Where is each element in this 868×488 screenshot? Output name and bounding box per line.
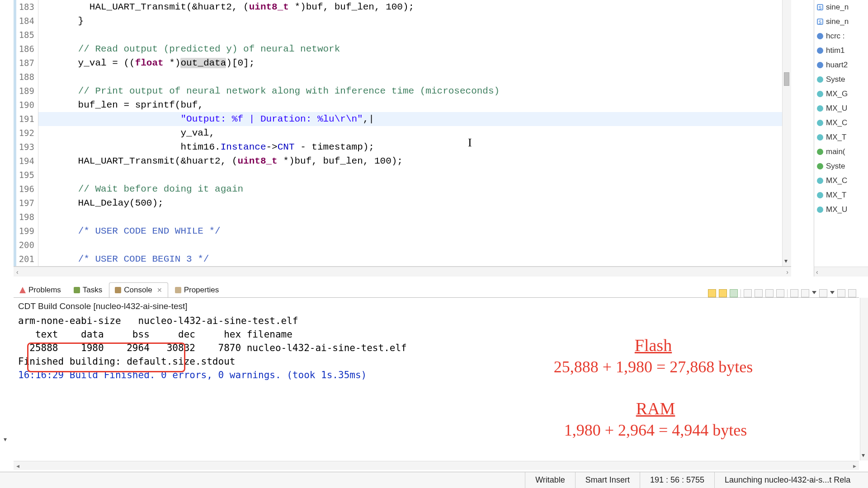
line-number: 189 — [14, 84, 34, 98]
code-line[interactable]: HAL_UART_Transmit(&huart2, (uint8_t *)bu… — [38, 154, 782, 168]
scroll-down-icon[interactable]: ▾ — [784, 257, 788, 264]
code-line[interactable]: htim16.Instance->CNT - timestamp); — [38, 140, 782, 154]
console-view[interactable]: CDT Build Console [nucleo-l432-ai-sine-t… — [14, 298, 859, 469]
tab-console[interactable]: Console ✕ — [109, 282, 168, 297]
outline-item-label: htim1 — [826, 46, 845, 55]
outline-horizontal-scrollbar[interactable]: ‹ — [814, 267, 868, 277]
outline-panel[interactable]: Ssine_nSsine_nhcrc :htim1huart2SysteMX_G… — [814, 0, 868, 267]
line-number: 194 — [14, 154, 34, 168]
tab-label: Properties — [184, 286, 219, 295]
bottom-view-tabs: Problems Tasks Console ✕ Properties — [14, 282, 859, 298]
outline-item-icon: S — [817, 4, 823, 10]
console-title: CDT Build Console [nucleo-l432-ai-sine-t… — [14, 298, 859, 314]
code-editor[interactable]: 1831841851861871881891901911921931941951… — [14, 0, 791, 267]
console-horizontal-scrollbar[interactable]: ◂ ▸ — [14, 461, 859, 470]
line-number: 199 — [14, 224, 34, 238]
annotation-text: 1,980 + 2,964 = 4,944 bytes — [564, 421, 747, 439]
pin-console-button[interactable] — [730, 289, 738, 297]
scroll-down-icon[interactable]: ▾ — [862, 451, 865, 459]
outline-item[interactable]: main( — [814, 145, 868, 159]
outline-item[interactable]: Syste — [814, 72, 868, 87]
code-line[interactable] — [38, 28, 782, 42]
status-bar: Writable Smart Insert 191 : 56 : 5755 La… — [0, 472, 868, 488]
scroll-left-icon[interactable]: ‹ — [16, 268, 19, 276]
outline-item-icon — [817, 91, 823, 97]
scroll-right-icon[interactable]: ▸ — [853, 462, 856, 469]
code-line[interactable]: buf_len = sprintf(buf, — [38, 98, 782, 112]
code-line[interactable]: "Output: %f | Duration: %lu\r\n",| — [38, 112, 782, 126]
scroll-right-icon[interactable]: › — [786, 268, 788, 276]
line-number: 191 — [14, 112, 34, 126]
code-line[interactable] — [38, 168, 782, 182]
outline-item[interactable]: MX_C — [814, 116, 868, 130]
toolbar-button[interactable] — [765, 289, 774, 297]
code-line[interactable]: /* USER CODE END WHILE */ — [38, 224, 782, 238]
toolbar-button[interactable] — [744, 289, 752, 297]
code-line[interactable]: y_val = ((float *)out_data)[0]; — [38, 56, 782, 70]
scrollbar-thumb[interactable] — [784, 72, 789, 86]
line-number: 183 — [14, 0, 34, 14]
code-line[interactable]: // Read output (predicted y) of neural n… — [38, 42, 782, 56]
prev-error-button[interactable] — [719, 289, 727, 297]
code-line[interactable]: // Print output of neural network along … — [38, 84, 782, 98]
outline-item-icon — [817, 134, 823, 141]
open-console-button[interactable] — [819, 289, 827, 297]
tab-tasks[interactable]: Tasks — [68, 282, 108, 297]
outline-item-label: Syste — [826, 162, 845, 171]
outline-item[interactable]: huart2 — [814, 58, 868, 72]
code-line[interactable]: HAL_UART_Transmit(&huart2, (uint8_t *)bu… — [38, 0, 782, 14]
toolbar-button[interactable] — [776, 289, 784, 297]
editor-horizontal-scrollbar[interactable]: ‹ › — [14, 267, 791, 277]
outline-item-icon: S — [817, 19, 823, 25]
line-number: 190 — [14, 98, 34, 112]
code-line[interactable] — [38, 70, 782, 84]
outline-item[interactable]: MX_C — [814, 174, 868, 188]
line-number: 184 — [14, 14, 34, 28]
outline-item[interactable]: MX_T — [814, 130, 868, 145]
collapse-arrow-icon: ▾ — [4, 436, 7, 443]
line-number: 192 — [14, 126, 34, 140]
code-line[interactable]: } — [38, 14, 782, 28]
left-collapse-gutter[interactable]: ▾ — [0, 0, 14, 454]
outline-item[interactable]: hcrc : — [814, 29, 868, 43]
code-line[interactable]: HAL_Delay(500); — [38, 196, 782, 210]
outline-item-label: Syste — [826, 75, 845, 84]
tab-problems[interactable]: Problems — [14, 282, 67, 297]
code-line[interactable]: y_val, — [38, 126, 782, 140]
tab-properties[interactable]: Properties — [169, 282, 225, 297]
toolbar-button[interactable] — [755, 289, 763, 297]
display-selected-console-button[interactable] — [801, 289, 809, 297]
code-line[interactable]: /* USER CODE BEGIN 3 */ — [38, 252, 782, 266]
outline-item[interactable]: Syste — [814, 159, 868, 174]
outline-item[interactable]: MX_U — [814, 101, 868, 116]
dropdown-icon[interactable] — [830, 291, 835, 296]
status-insert-mode: Smart Insert — [575, 472, 640, 488]
code-line[interactable] — [38, 210, 782, 224]
code-line[interactable] — [38, 238, 782, 252]
outline-item-label: main( — [826, 147, 845, 156]
code-content[interactable]: HAL_UART_Transmit(&huart2, (uint8_t *)bu… — [38, 0, 782, 266]
outline-item-label: MX_G — [826, 89, 848, 99]
annotation-box — [27, 343, 185, 372]
outline-item[interactable]: MX_T — [814, 188, 868, 202]
next-error-button[interactable] — [708, 289, 716, 297]
outline-item-label: MX_C — [826, 118, 847, 127]
dropdown-icon[interactable] — [812, 291, 816, 296]
tab-label: Problems — [28, 286, 61, 295]
scroll-left-icon[interactable]: ‹ — [816, 268, 818, 276]
scroll-left-icon[interactable]: ◂ — [16, 462, 19, 469]
outline-item[interactable]: Ssine_n — [814, 14, 868, 29]
maximize-button[interactable] — [848, 289, 856, 297]
outline-item[interactable]: htim1 — [814, 43, 868, 58]
toolbar-button[interactable] — [790, 289, 798, 297]
outline-item-label: hcrc : — [826, 32, 845, 41]
outline-item[interactable]: MX_U — [814, 202, 868, 217]
minimize-button[interactable] — [837, 289, 845, 297]
line-number: 200 — [14, 238, 34, 252]
outline-item[interactable]: Ssine_n — [814, 0, 868, 14]
outline-item[interactable]: MX_G — [814, 87, 868, 101]
editor-vertical-scrollbar[interactable]: ▾ — [782, 0, 791, 266]
code-line[interactable]: // Wait before doing it again — [38, 182, 782, 196]
console-vertical-scrollbar[interactable]: ▾ — [860, 298, 868, 460]
close-icon[interactable]: ✕ — [157, 286, 162, 294]
